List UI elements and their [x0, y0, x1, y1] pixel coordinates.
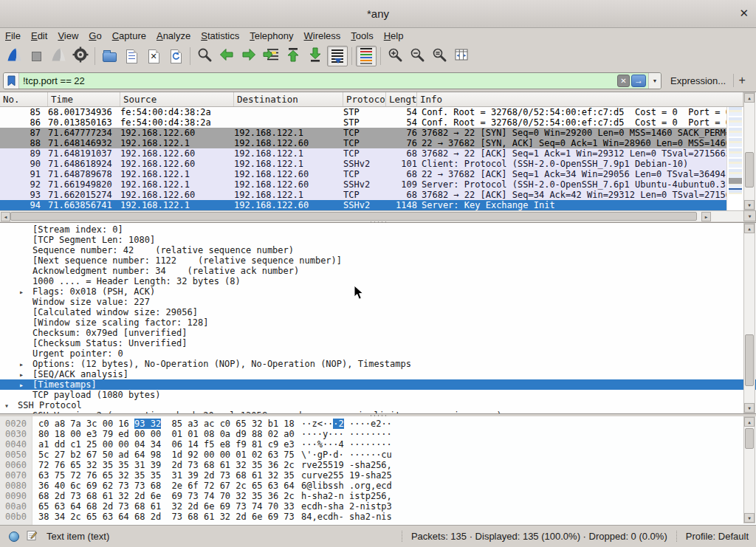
- restart-capture-button[interactable]: [48, 46, 69, 66]
- scroll-up-arrow[interactable]: ▲: [744, 224, 755, 233]
- hex-ascii[interactable]: \'·gP·d· ······cu: [301, 450, 392, 460]
- detail-line[interactable]: ▸Options: (12 bytes), No-Operation (NOP)…: [0, 359, 756, 369]
- hex-bytes[interactable]: 72 76 65 32 35 35 31 39 2d 73 68 61 32 3…: [38, 460, 295, 470]
- hex-row[interactable]: 007063 75 72 76 65 32 35 35 31 39 2d 73 …: [0, 470, 756, 481]
- apply-filter-icon[interactable]: →: [631, 75, 646, 87]
- detail-line[interactable]: [Window size scaling factor: 128]: [0, 317, 756, 328]
- go-back-button[interactable]: [216, 46, 237, 66]
- scroll-down-arrow[interactable]: ▼: [744, 513, 755, 523]
- hex-bytes[interactable]: 36 40 6c 69 62 73 73 68 2e 6f 72 67 2c 6…: [38, 481, 295, 491]
- menu-item-go[interactable]: Go: [83, 30, 106, 42]
- menu-item-telephony[interactable]: Telephony: [244, 30, 298, 42]
- filter-dropdown-icon[interactable]: ▼: [648, 73, 661, 89]
- hex-row[interactable]: 003080 18 00 e3 79 ed 00 00 01 01 08 0a …: [0, 429, 756, 439]
- go-to-top-button[interactable]: [283, 46, 303, 66]
- add-filter-button[interactable]: +: [734, 74, 750, 87]
- detail-line[interactable]: ▾SSH Protocol: [0, 400, 756, 410]
- packet-row[interactable]: 9071.648618924192.168.122.60192.168.122.…: [0, 159, 726, 169]
- menu-item-file[interactable]: File: [0, 30, 26, 42]
- collapsed-arrow-icon[interactable]: ▸: [19, 287, 32, 297]
- menu-item-analyze[interactable]: Analyze: [151, 30, 196, 42]
- expert-info-icon[interactable]: [9, 531, 19, 542]
- packet-minimap[interactable]: [726, 107, 743, 210]
- detail-line[interactable]: Sequence number: 42 (relative sequence n…: [0, 245, 756, 255]
- stop-capture-button[interactable]: [26, 46, 47, 66]
- hex-bytes[interactable]: 65 63 64 68 2d 73 68 61 32 2d 6e 69 73 7…: [38, 501, 295, 512]
- hex-ascii[interactable]: ··z<···2 ····e2··: [301, 419, 392, 429]
- packet-row[interactable]: 9371.662015274192.168.122.60192.168.122.…: [0, 190, 726, 200]
- hex-ascii[interactable]: curve255 19-sha25: [301, 470, 392, 481]
- colorize-button[interactable]: [356, 46, 377, 66]
- detail-line[interactable]: ▸[SEQ/ACK analysis]: [0, 369, 756, 379]
- hex-bytes[interactable]: 80 18 00 e3 79 ed 00 00 01 01 08 0a d9 8…: [38, 429, 295, 439]
- column-header-length[interactable]: Length: [386, 92, 417, 106]
- zoom-in-button[interactable]: [385, 46, 405, 66]
- capture-options-button[interactable]: [70, 46, 91, 66]
- detail-line[interactable]: [Checksum Status: Unverified]: [0, 338, 756, 348]
- hex-row[interactable]: 009068 2d 73 68 61 32 2d 6e 69 73 74 70 …: [0, 491, 756, 501]
- packet-row[interactable]: 8568.001734936fe:54:00:d4:38:2aSTP54Conf…: [0, 107, 726, 117]
- menu-item-help[interactable]: Help: [379, 30, 409, 42]
- column-header-destination[interactable]: Destination: [234, 92, 343, 106]
- zoom-out-button[interactable]: [407, 46, 427, 66]
- hex-ascii[interactable]: rve25519 -sha256,: [301, 460, 392, 470]
- scroll-down-arrow[interactable]: ▼: [744, 200, 755, 210]
- hex-bytes[interactable]: 68 2d 73 68 61 32 2d 6e 69 73 74 70 32 3…: [38, 491, 295, 501]
- detail-line[interactable]: [Next sequence number: 1122 (relative se…: [0, 255, 756, 266]
- clear-filter-icon[interactable]: ✕: [617, 75, 630, 87]
- scroll-thumb[interactable]: [745, 428, 754, 449]
- column-header-no[interactable]: No.: [0, 92, 48, 106]
- start-capture-button[interactable]: [4, 46, 24, 66]
- detail-line[interactable]: Window size value: 227: [0, 297, 756, 307]
- find-packet-button[interactable]: [194, 46, 215, 66]
- hex-ascii[interactable]: 84,ecdh- sha2-nis: [301, 512, 392, 522]
- menu-item-wireless[interactable]: Wireless: [299, 30, 346, 42]
- hex-ascii[interactable]: ecdh-sha 2-nistp3: [301, 501, 392, 512]
- detail-line[interactable]: ▸[Timestamps]: [0, 379, 756, 390]
- bytes-vscrollbar[interactable]: ▲ ▼: [743, 416, 755, 523]
- scroll-right-arrow[interactable]: ▶: [701, 212, 711, 221]
- go-to-packet-button[interactable]: [261, 46, 281, 66]
- packet-row[interactable]: 9271.661949820192.168.122.1192.168.122.6…: [0, 179, 726, 190]
- hex-bytes[interactable]: 63 75 72 76 65 32 35 35 31 39 2d 73 68 6…: [38, 470, 295, 481]
- expression-button[interactable]: Expression...: [670, 75, 726, 86]
- menu-item-statistics[interactable]: Statistics: [196, 30, 244, 42]
- zoom-original-button[interactable]: [429, 46, 450, 66]
- scroll-down-arrow[interactable]: ▼: [744, 403, 755, 413]
- detail-line[interactable]: 1000 .... = Header Length: 32 bytes (8): [0, 276, 756, 286]
- column-header-protocol[interactable]: Protocol: [343, 92, 386, 106]
- hex-row[interactable]: 008036 40 6c 69 62 73 73 68 2e 6f 72 67 …: [0, 481, 756, 491]
- menu-item-tools[interactable]: Tools: [346, 30, 378, 42]
- title-bar[interactable]: *any ✕: [0, 0, 756, 28]
- go-forward-button[interactable]: [238, 46, 259, 66]
- hex-ascii[interactable]: ···%···4 ········: [301, 439, 392, 450]
- hex-row[interactable]: 00505c 27 b2 67 50 ad 64 98 1d 92 00 00 …: [0, 450, 756, 460]
- scroll-left-arrow[interactable]: ◀: [1, 212, 10, 221]
- column-header-info[interactable]: Info: [417, 92, 743, 106]
- detail-line[interactable]: [Stream index: 0]: [0, 224, 756, 235]
- packet-list-vscrollbar[interactable]: ▲ ▼: [743, 92, 755, 210]
- hex-row[interactable]: 00b038 34 2c 65 63 64 68 2d 73 68 61 32 …: [0, 512, 756, 522]
- packet-row[interactable]: 9171.648789678192.168.122.1192.168.122.6…: [0, 169, 726, 179]
- scroll-thumb[interactable]: [10, 212, 697, 221]
- hex-ascii[interactable]: h-sha2-n istp256,: [301, 491, 392, 501]
- hex-row[interactable]: 0040a1 dd c1 25 00 00 04 34 06 14 f5 e8 …: [0, 439, 756, 450]
- filter-text[interactable]: !tcp.port == 22: [19, 75, 617, 86]
- hex-ascii[interactable]: ····y··· ········: [301, 429, 392, 439]
- close-window-icon[interactable]: ✕: [739, 7, 749, 20]
- packet-row[interactable]: 8771.647777234192.168.122.60192.168.122.…: [0, 128, 726, 138]
- save-file-button[interactable]: [121, 46, 142, 66]
- scroll-corner[interactable]: ▼: [743, 210, 756, 221]
- scroll-thumb[interactable]: [745, 334, 754, 386]
- expanded-arrow-icon[interactable]: ▾: [4, 401, 18, 411]
- capture-comment-icon[interactable]: [27, 529, 38, 543]
- column-header-time[interactable]: Time: [48, 92, 120, 106]
- detail-line[interactable]: TCP payload (1080 bytes): [0, 390, 756, 400]
- reload-file-button[interactable]: [165, 46, 186, 66]
- go-to-bottom-button[interactable]: [305, 46, 326, 66]
- hex-bytes[interactable]: 38 34 2c 65 63 64 68 2d 73 68 61 32 2d 6…: [38, 512, 295, 522]
- packet-list-hscrollbar[interactable]: ◀ ▶: [0, 210, 743, 221]
- scroll-up-arrow[interactable]: ▲: [744, 417, 755, 427]
- status-profile[interactable]: Profile: Default: [676, 531, 749, 542]
- menu-item-capture[interactable]: Capture: [107, 30, 151, 42]
